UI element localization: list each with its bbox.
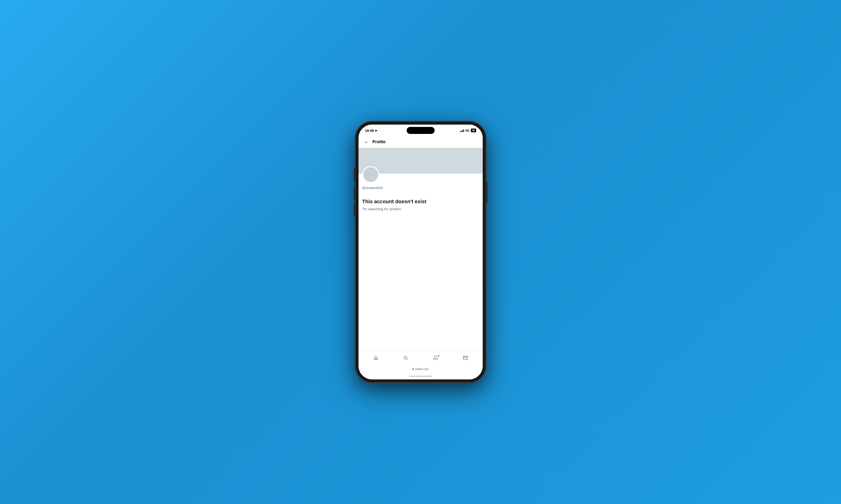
lock-icon (412, 368, 414, 370)
location-icon: ▶ (375, 129, 377, 132)
bottom-nav (359, 352, 483, 365)
profile-content: @Analyst941 This account doesn't exist T… (359, 148, 483, 352)
time-display: 19:06 (365, 129, 374, 132)
home-nav-item[interactable] (371, 354, 381, 364)
home-indicator (359, 373, 483, 379)
page-title: Profile (373, 140, 386, 144)
avatar-container (362, 166, 379, 183)
phone-frame: 19:06 ▶ 5G 98 ← Profile (355, 121, 486, 383)
error-section: This account doesn't exist Try searching… (359, 193, 483, 352)
url-text: twitter.com (415, 367, 429, 371)
error-title: This account doesn't exist (362, 198, 479, 205)
status-time: 19:06 ▶ (365, 129, 377, 132)
search-icon (403, 355, 408, 362)
messages-nav-item[interactable] (460, 354, 470, 364)
back-icon: ← (364, 139, 369, 145)
status-indicators: 5G 98 (460, 129, 476, 132)
username: @Analyst941 (362, 186, 383, 190)
home-icon (373, 355, 378, 362)
notification-badge (437, 355, 440, 357)
error-subtitle: Try searching for another. (362, 207, 479, 211)
home-indicator-bar (409, 376, 432, 377)
navigation-bar: ← Profile (359, 136, 483, 148)
signal-icon (460, 129, 464, 132)
search-nav-item[interactable] (400, 354, 411, 364)
svg-line-1 (407, 359, 408, 360)
cover-photo (359, 148, 483, 174)
dynamic-island (407, 127, 435, 134)
battery-indicator: 98 (471, 129, 476, 132)
status-bar: 19:06 ▶ 5G 98 (359, 125, 483, 136)
mail-icon (463, 355, 468, 362)
notifications-nav-item[interactable] (430, 354, 441, 364)
phone-screen: 19:06 ▶ 5G 98 ← Profile (359, 125, 483, 379)
back-button[interactable]: ← (362, 138, 371, 146)
network-type: 5G (465, 129, 469, 132)
svg-point-0 (404, 356, 407, 359)
bell-icon (433, 355, 438, 362)
url-bar: twitter.com (359, 365, 483, 373)
avatar (362, 166, 379, 183)
